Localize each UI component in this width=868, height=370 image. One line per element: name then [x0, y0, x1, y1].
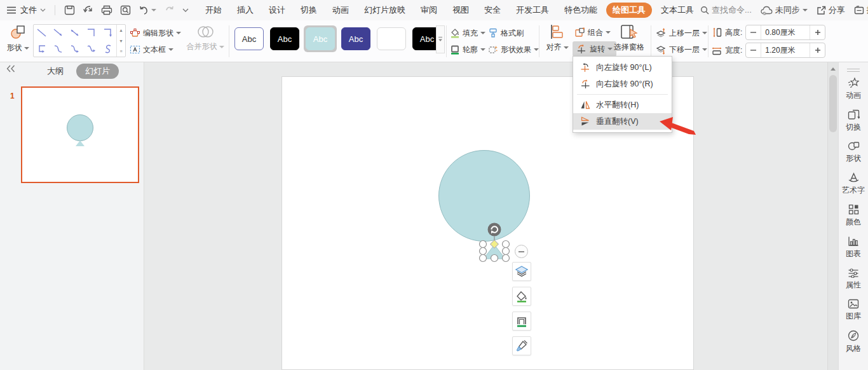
send-backward-button[interactable]: 下移一层 [656, 42, 707, 57]
sidebar-drag-handle[interactable] [847, 69, 860, 72]
bring-forward-button[interactable]: 上移一层 [656, 25, 707, 41]
customize-toolbar-icon[interactable] [182, 8, 189, 13]
align-button[interactable]: 对齐 [543, 24, 572, 53]
shape-curve-arrow[interactable] [67, 41, 83, 57]
sidebar-item-charts[interactable]: 图表 [839, 236, 868, 259]
print-preview-icon[interactable] [120, 5, 131, 15]
tab-view[interactable]: 视图 [446, 3, 475, 18]
tab-insert[interactable]: 插入 [231, 3, 260, 18]
resize-handle[interactable] [503, 248, 510, 255]
format-painter-button[interactable]: 格式刷 [488, 25, 524, 41]
style-swatch-1[interactable]: Abc [233, 25, 266, 52]
sidebar-item-gallery[interactable]: 图库 [839, 299, 868, 322]
float-layer-button[interactable] [512, 262, 531, 281]
sidebar-item-transition[interactable]: 切换 [839, 109, 868, 133]
comment-button[interactable]: 批注 [854, 4, 868, 16]
shape-line[interactable] [34, 25, 50, 41]
sidebar-item-style[interactable]: 风格 [839, 330, 868, 354]
resize-handle[interactable] [503, 241, 510, 248]
share-button[interactable]: 分享 [817, 4, 845, 16]
float-outline-button[interactable] [512, 312, 531, 331]
resize-handle[interactable] [480, 241, 487, 248]
text-box-button[interactable]: 文本框 [130, 42, 173, 57]
style-swatch-2[interactable]: Abc [268, 25, 301, 52]
sidebar-item-shapes[interactable]: 形状 [839, 141, 868, 164]
find-command-search[interactable]: 查找命令... [700, 4, 752, 16]
vertical-scrollbar[interactable] [827, 62, 838, 370]
menu-item-flip-horizontal[interactable]: 水平翻转(H) [573, 97, 672, 113]
tab-developer[interactable]: 开发工具 [510, 3, 555, 18]
shape-curve[interactable] [50, 41, 67, 57]
adjust-handle-diamond[interactable] [491, 240, 499, 249]
menu-item-rotate-left-90[interactable]: 向左旋转 90°(L) [573, 59, 672, 76]
shape-s-curve-arrow[interactable] [83, 41, 100, 57]
save-icon[interactable] [64, 5, 75, 15]
fill-button[interactable]: 填充 [450, 25, 485, 41]
style-swatch-4[interactable]: Abc [339, 25, 372, 52]
resize-handle[interactable] [491, 255, 498, 262]
shape-s-freeform[interactable] [100, 41, 116, 57]
style-gallery-more-button[interactable] [436, 25, 445, 53]
tab-slideshow[interactable]: 幻灯片放映 [358, 3, 412, 18]
tab-animation[interactable]: 动画 [326, 3, 355, 18]
width-value[interactable]: 1.20厘米 [761, 45, 810, 56]
shape-elbow-arrow-2[interactable] [34, 41, 50, 57]
tab-review[interactable]: 审阅 [414, 3, 444, 18]
sync-status-button[interactable]: 未同步 [761, 4, 808, 16]
shape-double-arrow[interactable] [67, 25, 83, 41]
export-pdf-icon[interactable] [83, 5, 93, 15]
gallery-scroll-down-icon[interactable]: ▼ [117, 36, 125, 46]
slides-tab-active[interactable]: 幻灯片 [76, 64, 119, 79]
tab-drawing-tools[interactable]: 绘图工具 [606, 3, 652, 18]
tab-special-features[interactable]: 特色功能 [558, 3, 604, 18]
collapse-float-toolbar-button[interactable] [515, 245, 528, 258]
style-swatch-3-selected[interactable]: Abc [304, 25, 337, 52]
shape-elbow-connector[interactable] [83, 25, 100, 41]
menu-item-rotate-right-90[interactable]: 向右旋转 90°(R) [573, 76, 672, 92]
scroll-up-icon[interactable] [831, 67, 836, 71]
tab-transition[interactable]: 切换 [294, 3, 323, 18]
height-increase-button[interactable] [810, 25, 825, 39]
float-fill-button[interactable] [512, 287, 531, 306]
resize-handle[interactable] [480, 255, 487, 262]
tab-text-tools[interactable]: 文本工具 [654, 3, 700, 18]
undo-button[interactable] [139, 6, 156, 15]
slide-thumbnail-1[interactable] [21, 86, 139, 183]
collapse-panel-button[interactable] [6, 65, 15, 72]
selection-pane-button[interactable]: 选择窗格 [611, 24, 647, 53]
style-swatch-5[interactable]: Abc [375, 25, 408, 52]
hamburger-menu-icon[interactable] [6, 6, 17, 15]
rotate-handle[interactable] [488, 223, 501, 236]
file-menu[interactable]: 文件 [20, 4, 46, 16]
group-button[interactable]: 组合 [574, 25, 611, 40]
gallery-scroll-up-icon[interactable]: ▲ [117, 25, 125, 36]
width-increase-button[interactable] [810, 43, 825, 57]
sidebar-item-properties[interactable]: 属性 [839, 268, 868, 291]
print-icon[interactable] [101, 5, 112, 15]
tab-security[interactable]: 安全 [478, 3, 507, 18]
redo-button[interactable] [164, 6, 175, 15]
height-value[interactable]: 0.80厘米 [761, 27, 810, 38]
shape-arrow[interactable] [50, 25, 67, 41]
resize-handle[interactable] [503, 255, 510, 262]
width-decrease-button[interactable] [746, 43, 761, 57]
outline-button[interactable]: 轮廓 [450, 42, 485, 57]
float-style-button[interactable] [512, 336, 531, 355]
edit-shape-button[interactable]: 编辑形状 [130, 25, 181, 41]
sidebar-item-animation[interactable]: 动画 [839, 77, 868, 101]
shapes-button[interactable]: 形状 [5, 24, 31, 53]
scrollbar-thumb[interactable] [829, 75, 837, 132]
tab-design[interactable]: 设计 [262, 3, 292, 18]
menu-item-flip-vertical[interactable]: 垂直翻转(V) [573, 113, 672, 130]
height-decrease-button[interactable] [746, 25, 761, 39]
undo-dropdown-icon[interactable] [151, 9, 156, 11]
sidebar-item-wordart[interactable]: 艺术字 [839, 172, 868, 196]
sidebar-item-colors[interactable]: 颜色 [839, 204, 868, 228]
rotate-button-active[interactable]: 旋转 [573, 41, 616, 57]
gallery-more-icon[interactable]: ≡ [117, 46, 125, 57]
shape-effects-button[interactable]: 形状效果 [488, 42, 539, 57]
resize-handle[interactable] [480, 248, 487, 255]
shape-elbow-arrow[interactable] [100, 25, 116, 41]
tab-home[interactable]: 开始 [199, 3, 228, 18]
outline-tab[interactable]: 大纲 [42, 64, 69, 79]
